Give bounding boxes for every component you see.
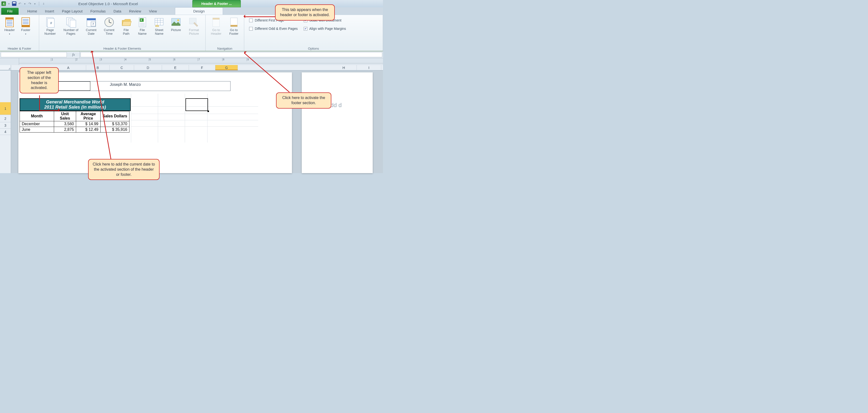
file-tab[interactable]: File <box>1 8 19 15</box>
header-area-label: Header <box>20 77 292 81</box>
header-page-icon <box>4 17 15 27</box>
callout-current-date: Click here to add the current date to th… <box>88 159 160 180</box>
header-center-section[interactable]: Joseph M. Manzo <box>90 81 160 91</box>
col-G[interactable]: G <box>215 65 238 70</box>
arrow-head-icon <box>242 15 245 18</box>
fx-button[interactable]: fx <box>67 51 80 58</box>
checkbox-icon <box>249 19 253 22</box>
fill-handle[interactable] <box>208 110 209 112</box>
name-box[interactable] <box>1 52 67 57</box>
svg-rect-31 <box>155 18 163 25</box>
row-1[interactable]: 1 <box>0 102 11 115</box>
excel-app-icon[interactable]: X <box>1 1 6 6</box>
svg-text:7: 7 <box>92 22 94 26</box>
header-units: Unit Sales <box>54 111 76 121</box>
tab-design[interactable]: Design <box>175 7 223 15</box>
current-time-label: Current Time <box>102 28 116 36</box>
goto-footer-button[interactable]: Go to Footer <box>226 16 242 37</box>
clock-icon <box>104 17 114 27</box>
col-E[interactable]: E <box>162 65 189 70</box>
header-dollars: Sales Dollars <box>100 111 129 121</box>
footer-button[interactable]: Footer▼ <box>18 16 33 37</box>
page-2[interactable]: Click to add d <box>302 72 373 173</box>
align-checkbox[interactable]: ✔Align with Page Margins <box>304 27 346 31</box>
qat-customize-arrow[interactable]: ▾ <box>7 2 10 5</box>
worksheet-data[interactable]: General Merchandise World 2011 Retail Sa… <box>20 98 292 133</box>
horizontal-ruler: 1 2 3 4 5 6 7 8 9 <box>0 58 383 65</box>
tab-insert[interactable]: Insert <box>41 8 58 15</box>
current-date-button[interactable]: 7 Current Date <box>83 16 100 37</box>
footer-button-label: Footer <box>21 28 30 32</box>
save-icon[interactable] <box>12 1 17 6</box>
redo-button[interactable]: ↷ <box>28 2 32 6</box>
cell[interactable]: $ 35,916 <box>100 127 129 133</box>
undo-dropdown[interactable]: ▾ <box>23 2 26 5</box>
header-right-section[interactable] <box>160 81 230 91</box>
col-C[interactable]: C <box>110 65 134 70</box>
col-H[interactable]: H <box>331 65 357 70</box>
col-F[interactable]: F <box>189 65 215 70</box>
file-name-button[interactable]: X File Name <box>135 16 150 37</box>
header-month: Month <box>20 111 54 121</box>
tab-formulas[interactable]: Formulas <box>86 8 110 15</box>
number-pages-label: Number of Pages <box>62 28 80 36</box>
arrow-to-header-section-v <box>39 95 40 110</box>
current-time-button[interactable]: Current Time <box>100 16 118 37</box>
header-button[interactable]: Header▼ <box>2 16 17 37</box>
group-label: Navigation <box>208 46 242 50</box>
tab-view[interactable]: View <box>145 8 161 15</box>
arrow-to-header-section-h <box>39 110 59 111</box>
page-number-icon: # <box>45 17 55 27</box>
col-D[interactable]: D <box>134 65 162 70</box>
col-B[interactable]: B <box>86 65 110 70</box>
tab-page-layout[interactable]: Page Layout <box>58 8 86 15</box>
select-all-button[interactable] <box>0 65 11 70</box>
dropdown-arrow-icon: ▼ <box>25 33 27 35</box>
checkbox-checked-icon: ✔ <box>304 27 307 31</box>
ruler-gutter <box>0 58 19 65</box>
sheet-name-button[interactable]: Sheet Name <box>151 16 167 37</box>
row-3[interactable]: 3 <box>0 122 11 129</box>
cell[interactable]: 3,560 <box>54 121 76 127</box>
quick-access-toolbar: X ▾ ↶ ▾ ↷ ▾ ⇩ <box>1 1 45 6</box>
svg-rect-1 <box>6 18 13 20</box>
qat-more-arrow[interactable]: ⇩ <box>41 2 45 5</box>
cell[interactable]: $ 12.49 <box>76 127 100 133</box>
tab-home[interactable]: Home <box>24 8 41 15</box>
group-label: Options <box>246 46 381 50</box>
tab-data[interactable]: Data <box>110 8 125 15</box>
page-1: Header &[Date] Joseph M. Manzo General M… <box>18 72 292 173</box>
goto-header-label: Go to Header <box>209 28 223 36</box>
row-4[interactable]: 4 <box>0 129 11 135</box>
cell[interactable]: June <box>20 127 54 133</box>
svg-rect-42 <box>230 25 237 27</box>
cell[interactable]: December <box>20 121 54 127</box>
header-price: Average Price <box>76 111 100 121</box>
redo-dropdown[interactable]: ▾ <box>33 2 36 5</box>
page-layout-canvas: Header &[Date] Joseph M. Manzo General M… <box>11 70 383 173</box>
title-line2: 2011 Retail Sales (in millions) <box>44 105 106 109</box>
page-number-label: Page Number <box>43 28 57 36</box>
goto-footer-icon <box>229 17 239 27</box>
diff-oddeven-checkbox[interactable]: Different Odd & Even Pages <box>249 27 298 31</box>
undo-button[interactable]: ↶ <box>18 2 22 6</box>
row-2[interactable]: 2 <box>0 115 11 122</box>
goto-header-button: Go to Header <box>208 16 225 37</box>
cell[interactable]: 2,875 <box>54 127 76 133</box>
group-header-footer-elements: # Page Number Number of Pages 7 Current … <box>39 15 206 51</box>
file-path-button[interactable]: File Path <box>119 16 134 37</box>
file-name-label: File Name <box>136 28 148 36</box>
group-label: Header & Footer <box>2 46 37 50</box>
formula-input[interactable] <box>81 52 382 57</box>
page-number-button[interactable]: # Page Number <box>41 16 59 37</box>
tab-review[interactable]: Review <box>125 8 145 15</box>
separator <box>39 2 39 6</box>
callout-footer-activate: Click here to activate the footer sectio… <box>276 93 331 109</box>
cell[interactable]: $ 14.99 <box>76 121 100 127</box>
number-pages-button[interactable]: Number of Pages <box>60 16 82 37</box>
arrow-to-contextual-tab <box>245 16 275 17</box>
callout-header-section: The upper left section of the header is … <box>20 67 59 94</box>
spreadsheet-tab-icon <box>154 17 164 27</box>
picture-button[interactable]: Picture <box>168 16 184 37</box>
col-I[interactable]: I <box>357 65 381 70</box>
